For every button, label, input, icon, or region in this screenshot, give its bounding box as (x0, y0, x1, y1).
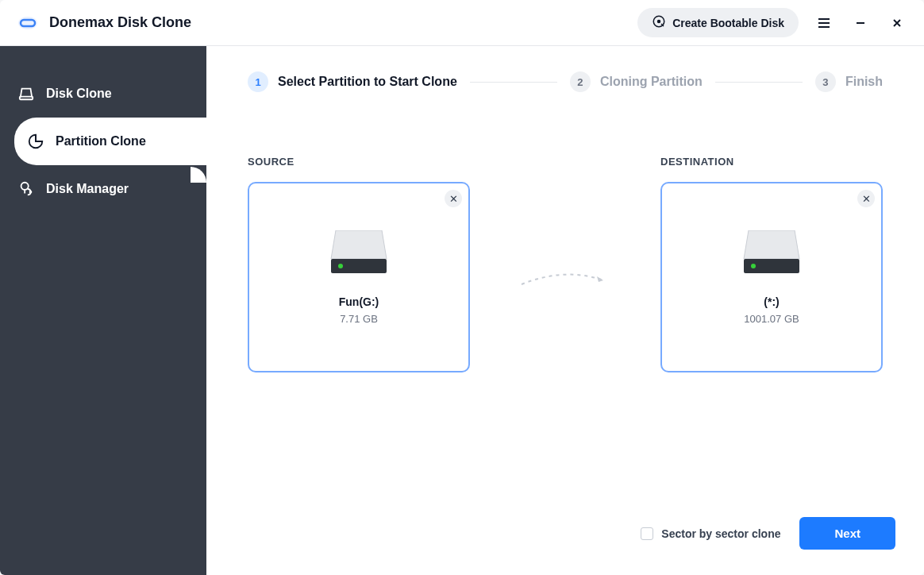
destination-disk-size: 1001.07 GB (744, 313, 799, 325)
step-number: 3 (815, 71, 836, 92)
title-bar: Donemax Disk Clone Create Bootable Disk (0, 0, 924, 46)
sidebar: Disk Clone Partition Clone Disk Mana (0, 46, 206, 575)
checkbox-label: Sector by sector clone (661, 527, 780, 540)
destination-card[interactable]: ✕ (*:) 1001.07 GB (660, 182, 883, 372)
step-2: 2 Cloning Partition (570, 71, 703, 92)
step-divider (715, 82, 803, 83)
destination-column: DESTINATION ✕ (*:) (660, 156, 883, 372)
source-clear-button[interactable]: ✕ (445, 190, 462, 207)
svg-point-4 (21, 183, 29, 190)
arrow-icon (518, 268, 613, 292)
sidebar-item-disk-clone[interactable]: Disk Clone (0, 70, 206, 118)
sidebar-item-disk-manager[interactable]: Disk Manager (0, 165, 206, 213)
source-disk-size: 7.71 GB (340, 313, 378, 325)
menu-button[interactable] (813, 12, 835, 34)
step-indicator: 1 Select Partition to Start Clone 2 Clon… (248, 71, 883, 92)
checkbox-box (641, 527, 653, 540)
source-disk-name: Fun(G:) (339, 295, 379, 308)
partition-clone-icon (27, 133, 44, 150)
destination-disk-name: (*:) (764, 295, 779, 308)
create-bootable-disk-label: Create Bootable Disk (672, 17, 784, 29)
svg-point-8 (338, 264, 343, 268)
step-label: Finish (845, 75, 883, 89)
step-number: 1 (248, 71, 268, 92)
svg-point-12 (751, 264, 756, 268)
disk-manager-icon (17, 180, 35, 198)
main-panel: 1 Select Partition to Start Clone 2 Clon… (206, 46, 924, 575)
svg-marker-10 (744, 230, 799, 259)
drive-icon (741, 230, 803, 278)
step-label: Cloning Partition (600, 75, 703, 89)
footer-controls: Sector by sector clone Next (641, 517, 895, 550)
sidebar-item-partition-clone[interactable]: Partition Clone (14, 118, 206, 165)
close-icon: ✕ (862, 193, 871, 205)
step-number: 2 (570, 71, 591, 92)
app-logo-icon (16, 15, 40, 31)
svg-point-5 (30, 191, 32, 193)
sidebar-item-label: Partition Clone (56, 134, 146, 149)
source-title: SOURCE (248, 156, 470, 168)
sidebar-item-label: Disk Clone (46, 87, 112, 101)
minimize-button[interactable] (849, 12, 872, 34)
create-bootable-disk-button[interactable]: Create Bootable Disk (637, 8, 799, 37)
svg-rect-3 (20, 97, 33, 100)
bootable-disk-icon (652, 14, 666, 31)
app-body: Disk Clone Partition Clone Disk Mana (0, 46, 924, 575)
app-title: Donemax Disk Clone (49, 14, 191, 31)
close-icon: ✕ (449, 193, 458, 205)
app-window: Donemax Disk Clone Create Bootable Disk (0, 0, 924, 575)
step-divider (470, 82, 557, 83)
source-column: SOURCE ✕ Fun(G:) 7 (248, 156, 470, 372)
svg-marker-9 (597, 276, 603, 282)
step-1: 1 Select Partition to Start Clone (248, 71, 457, 92)
destination-title: DESTINATION (660, 156, 883, 168)
sector-by-sector-checkbox[interactable]: Sector by sector clone (641, 527, 780, 540)
step-3: 3 Finish (815, 71, 883, 92)
clone-panels: SOURCE ✕ Fun(G:) 7 (248, 156, 883, 372)
source-card[interactable]: ✕ Fun(G:) 7.71 GB (248, 182, 470, 372)
svg-point-2 (658, 21, 660, 23)
svg-marker-6 (331, 230, 387, 259)
close-button[interactable] (886, 12, 908, 34)
next-button[interactable]: Next (799, 517, 895, 550)
destination-clear-button[interactable]: ✕ (857, 190, 875, 207)
disk-clone-icon (17, 85, 35, 102)
step-label: Select Partition to Start Clone (278, 75, 457, 89)
drive-icon (328, 230, 390, 278)
sidebar-item-label: Disk Manager (46, 182, 129, 196)
